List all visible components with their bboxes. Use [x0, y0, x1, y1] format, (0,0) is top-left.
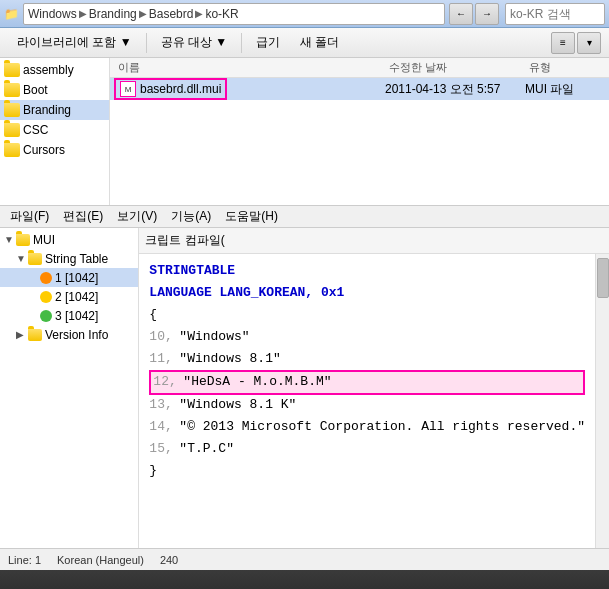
menu-features[interactable]: 기능(A) [165, 207, 217, 227]
stringtable-keyword: STRINGTABLE [149, 261, 235, 282]
file-name-cell: M basebrd.dll.mui [114, 78, 385, 100]
folder-tree: assembly Boot Branding CSC Cursors [0, 58, 110, 205]
status-encoding: Korean (Hangeul) [57, 554, 144, 566]
etree-string-table-label: String Table [45, 252, 108, 266]
path-arrow-2: ▶ [139, 8, 147, 19]
tree-item-branding-label: Branding [23, 103, 71, 117]
path-kokr[interactable]: ko-KR [205, 7, 238, 21]
editor-content[interactable]: STRINGTABLE LANGUAGE LANG_KOREAN, 0x1 { … [139, 254, 595, 548]
view-toggle-button[interactable]: ≡ [551, 32, 575, 54]
tree-item-assembly[interactable]: assembly [0, 60, 109, 80]
line-content-2: "HeDsA - M.o.M.B.M" [183, 372, 331, 393]
etree-node-1[interactable]: 1 [1042] [0, 268, 138, 287]
line-content-1: "Windows 8.1" [179, 349, 280, 370]
status-col: 240 [160, 554, 178, 566]
include-library-button[interactable]: 라이브러리에 포함 ▼ [8, 31, 141, 55]
line-content-5: "T.P.C" [179, 439, 234, 460]
etree-node-3[interactable]: 3 [1042] [0, 306, 138, 325]
col-name-header: 이름 [110, 60, 389, 75]
back-button[interactable]: ← [449, 3, 473, 25]
code-line-1: 11, "Windows 8.1" [149, 348, 585, 370]
code-line-3: 13, "Windows 8.1 K" [149, 395, 585, 417]
tree-item-cursors-label: Cursors [23, 143, 65, 157]
folder-branding-icon [4, 103, 20, 117]
highlighted-line: 12, "HeDsA - M.o.M.B.M" [149, 370, 585, 395]
etree-node-2[interactable]: 2 [1042] [0, 287, 138, 306]
path-windows[interactable]: Windows [28, 7, 77, 21]
folder-icon: 📁 [4, 7, 19, 21]
etree-st-icon [28, 253, 42, 265]
address-bar[interactable]: Windows ▶ Branding ▶ Basebrd ▶ ko-KR [23, 3, 445, 25]
line-num-0: 10, [149, 327, 179, 348]
node-circle-2 [40, 291, 52, 303]
close-brace: } [149, 461, 157, 482]
path-basebrd[interactable]: Basebrd [149, 7, 194, 21]
etree-vi-icon [28, 329, 42, 341]
path-branding[interactable]: Branding [89, 7, 137, 21]
line-content-0: "Windows" [179, 327, 249, 348]
path-arrow-3: ▶ [195, 8, 203, 19]
expand-icon-mui: ▼ [4, 234, 14, 245]
col-type-header: 유형 [529, 60, 609, 75]
etree-node-1-label: 1 [1042] [55, 271, 98, 285]
divider-2 [241, 33, 242, 53]
etree-mui-icon [16, 234, 30, 246]
etree-version-info[interactable]: ▶ Version Info [0, 325, 138, 344]
menu-edit[interactable]: 편집(E) [57, 207, 109, 227]
etree-string-table[interactable]: ▼ String Table [0, 249, 138, 268]
menu-view[interactable]: 보기(V) [111, 207, 163, 227]
scrollbar-thumb[interactable] [597, 258, 609, 298]
node-circle-1 [40, 272, 52, 284]
expand-icon-vi: ▶ [16, 329, 26, 340]
code-line-2: 12, "HeDsA - M.o.M.B.M" [149, 370, 585, 395]
menu-help[interactable]: 도움말(H) [219, 207, 284, 227]
search-input[interactable] [505, 3, 605, 25]
title-bar: 📁 Windows ▶ Branding ▶ Basebrd ▶ ko-KR ←… [0, 0, 609, 28]
etree-mui[interactable]: ▼ MUI [0, 230, 138, 249]
file-date-cell: 2011-04-13 오전 5:57 [385, 81, 525, 98]
line-content-4: "© 2013 Microsoft Corporation. All right… [179, 417, 585, 438]
etree-mui-label: MUI [33, 233, 55, 247]
node-circle-3 [40, 310, 52, 322]
folder-assembly-icon [4, 63, 20, 77]
editor-toolbar: 크립트 컴파일( [139, 228, 609, 254]
folder-csc-icon [4, 123, 20, 137]
file-row-basebrd[interactable]: M basebrd.dll.mui 2011-04-13 오전 5:57 MUI… [110, 78, 609, 100]
line-num-5: 15, [149, 439, 179, 460]
editor-panel: 크립트 컴파일( STRINGTABLE LANGUAGE LANG_KOREA… [139, 228, 609, 548]
toolbar: 라이브러리에 포함 ▼ 공유 대상 ▼ 급기 새 폴더 ≡ ▾ [0, 28, 609, 58]
tree-item-cursors[interactable]: Cursors [0, 140, 109, 160]
nav-buttons: ← → [449, 3, 499, 25]
new-folder-button[interactable]: 새 폴더 [291, 31, 348, 55]
tree-item-assembly-label: assembly [23, 63, 74, 77]
code-line-5: 15, "T.P.C" [149, 439, 585, 461]
tree-item-boot[interactable]: Boot [0, 80, 109, 100]
path-arrow-1: ▶ [79, 8, 87, 19]
line-num-4: 14, [149, 417, 179, 438]
etree-version-info-label: Version Info [45, 328, 108, 342]
tree-item-csc[interactable]: CSC [0, 120, 109, 140]
code-line-4: 14, "© 2013 Microsoft Corporation. All r… [149, 417, 585, 439]
file-name-label: basebrd.dll.mui [140, 82, 221, 96]
col-date-header: 수정한 날짜 [389, 60, 529, 75]
code-close-brace: } [149, 461, 585, 483]
tree-item-csc-label: CSC [23, 123, 48, 137]
editor-scrollbar[interactable] [595, 254, 609, 548]
line-num-2: 12, [153, 372, 183, 393]
bottom-overlay: HeDsA - M.o.M.B.M SeReveille : Rever d'U… [0, 570, 609, 589]
forward-button[interactable]: → [475, 3, 499, 25]
etree-node-2-label: 2 [1042] [55, 290, 98, 304]
close-button[interactable]: 급기 [247, 31, 289, 55]
menu-file[interactable]: 파일(F) [4, 207, 55, 227]
divider-1 [146, 33, 147, 53]
details-button[interactable]: ▾ [577, 32, 601, 54]
code-header1: STRINGTABLE [149, 260, 585, 282]
expand-icon-st: ▼ [16, 253, 26, 264]
tree-item-branding[interactable]: Branding [0, 100, 109, 120]
line-num-3: 13, [149, 395, 179, 416]
line-num-1: 11, [149, 349, 179, 370]
folder-cursors-icon [4, 143, 20, 157]
file-type-cell: MUI 파일 [525, 81, 605, 98]
share-button[interactable]: 공유 대상 ▼ [152, 31, 237, 55]
code-header2: LANGUAGE LANG_KOREAN, 0x1 [149, 282, 585, 304]
